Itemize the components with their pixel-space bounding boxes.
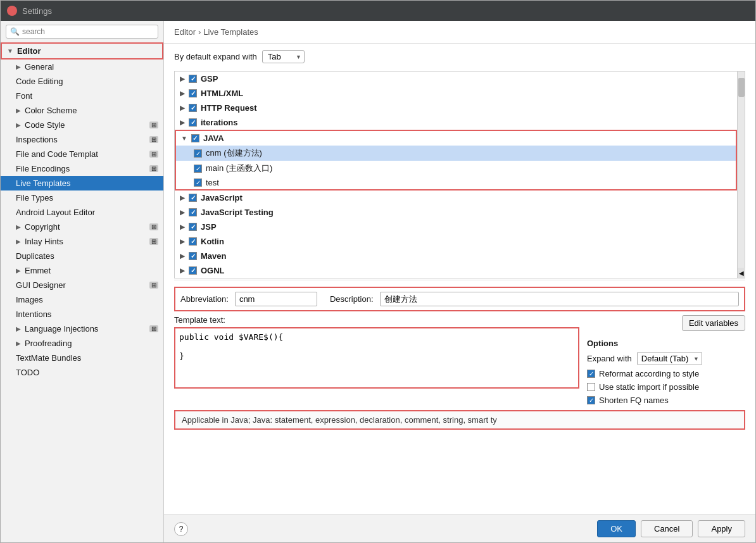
sidebar-item-code-style[interactable]: ▶ Code Style ⊞ [1,118,163,132]
checkbox-kotlin[interactable] [189,237,197,246]
tpl-group-java[interactable]: ▼ JAVA [176,131,736,146]
sidebar-item-font[interactable]: Font [1,89,163,103]
scrollbar-track[interactable]: ◀ [737,72,745,278]
java-group-box: ▼ JAVA cnm (创建方法) [175,130,737,190]
checkbox-main[interactable] [194,165,202,173]
sidebar-list: ▼ Editor ▶ General Code Editing Font ▶ C… [1,42,163,542]
tpl-label-javascript-testing: JavaScript Testing [201,208,274,217]
sidebar-item-file-code-templates[interactable]: File and Code Templat ⊞ [1,147,163,161]
breadcrumb: Editor › Live Templates [164,21,755,44]
reformat-checkbox[interactable] [587,370,595,378]
tpl-label-iterations: iterations [201,118,238,127]
checkbox-ognl[interactable] [189,266,197,275]
sidebar-label-general: General [25,62,54,72]
sidebar-item-color-scheme[interactable]: ▶ Color Scheme [1,103,163,118]
tpl-child-main[interactable]: main (主函数入口) [176,161,736,176]
help-button[interactable]: ? [174,522,188,536]
sidebar-item-textmate-bundles[interactable]: TextMate Bundles [1,351,163,365]
sidebar-item-intentions[interactable]: Intentions [1,307,163,321]
checkbox-javascript-testing[interactable] [189,208,197,216]
sidebar-item-inlay-hints[interactable]: ▶ Inlay Hints ⊞ [1,234,163,249]
checkbox-maven[interactable] [189,252,197,260]
sidebar-item-code-editing[interactable]: Code Editing [1,74,163,89]
description-input[interactable] [380,292,739,306]
checkbox-jsp[interactable] [189,223,197,231]
breadcrumb-part1: Editor [174,27,196,37]
checkbox-cnm[interactable] [194,149,202,158]
abbreviation-label: Abbreviation: [180,294,229,304]
sidebar-item-images[interactable]: Images [1,292,163,307]
sidebar-item-inspections[interactable]: Inspections ⊞ [1,132,163,147]
option-expand-dropdown[interactable]: Default (Tab) Tab Enter Space [637,352,702,365]
sidebar-item-language-injections[interactable]: ▶ Language Injections ⊞ [1,321,163,336]
tpl-group-html-xml[interactable]: ▶ HTML/XML [175,86,737,101]
sidebar-item-editor[interactable]: ▼ Editor [1,42,163,59]
tpl-group-iterations[interactable]: ▶ iterations [175,115,737,130]
description-label: Description: [330,294,374,304]
shorten-fq-checkbox[interactable] [587,396,595,404]
tpl-label-maven: Maven [201,251,226,261]
form-area: Abbreviation: Description: Template text… [174,280,745,405]
search-box[interactable]: 🔍 [6,25,158,39]
tpl-group-javascript-testing[interactable]: ▶ JavaScript Testing [175,205,737,220]
expand-with-dropdown[interactable]: Tab Enter Space [262,50,305,63]
tpl-group-maven[interactable]: ▶ Maven [175,249,737,263]
tpl-group-kotlin[interactable]: ▶ Kotlin [175,234,737,249]
static-import-checkbox[interactable] [587,383,595,391]
scrollbar-arrow-right[interactable]: ◀ [738,268,745,278]
sidebar-item-file-types[interactable]: File Types [1,190,163,205]
sidebar-item-android-layout-editor[interactable]: Android Layout Editor [1,205,163,220]
cancel-button[interactable]: Cancel [641,520,693,537]
sidebar-item-gui-designer[interactable]: GUI Designer ⊞ [1,278,163,292]
tpl-group-gsp[interactable]: ▶ GSP [175,72,737,86]
edit-variables-button[interactable]: Edit variables [682,315,745,331]
tpl-label-kotlin: Kotlin [201,237,224,246]
expand-with-label: By default expand with [174,52,257,61]
sidebar-item-file-encodings[interactable]: File Encodings ⊞ [1,161,163,176]
scrollbar-thumb[interactable] [738,78,745,97]
checkbox-gsp[interactable] [189,75,197,83]
sidebar-item-todo[interactable]: TODO [1,365,163,380]
breadcrumb-part2: Live Templates [203,27,258,37]
sidebar-label-images: Images [16,295,43,304]
badge-inlay-hints: ⊞ [149,238,158,245]
ok-button[interactable]: OK [597,520,636,537]
expand-icon-language-injections: ▶ [16,325,21,332]
sidebar-item-general[interactable]: ▶ General [1,59,163,74]
sidebar-label-copyright: Copyright [25,222,60,232]
edit-vars-wrapper: Edit variables [587,315,745,335]
checkbox-java[interactable] [191,134,199,142]
checkbox-javascript[interactable] [189,194,197,202]
tri-kotlin: ▶ [180,238,185,245]
expand-icon-emmet: ▶ [16,267,21,274]
sidebar-item-duplicates[interactable]: Duplicates [1,249,163,263]
abbreviation-input[interactable] [235,292,317,306]
sidebar-item-copyright[interactable]: ▶ Copyright ⊞ [1,220,163,234]
tpl-group-ognl[interactable]: ▶ OGNL [175,263,737,278]
apply-button[interactable]: Apply [698,520,745,537]
template-textarea[interactable]: <span class="kw">public</span> <span cla… [175,328,578,385]
badge-language-injections: ⊞ [149,325,158,332]
tpl-child-cnm[interactable]: cnm (创建方法) [176,146,736,161]
checkbox-http-request[interactable] [189,104,197,112]
settings-window: Settings 🔍 ▼ Editor ▶ General Code Ed [0,0,756,543]
sidebar-item-live-templates[interactable]: Live Templates [1,176,163,190]
checkbox-test[interactable] [194,178,202,187]
sidebar-label-proofreading: Proofreading [25,339,72,348]
tpl-child-test[interactable]: test [176,176,736,189]
badge-code-style: ⊞ [149,122,158,128]
template-text-area: Template text: <span class="kw">public</… [174,315,579,389]
sidebar-item-emmet[interactable]: ▶ Emmet [1,263,163,278]
app-icon [7,6,17,16]
expand-icon-code-style: ▶ [16,122,21,128]
sidebar-label-intentions: Intentions [16,309,51,319]
tri-maven: ▶ [180,253,185,259]
sidebar-item-proofreading[interactable]: ▶ Proofreading [1,336,163,351]
tpl-group-jsp[interactable]: ▶ JSP [175,220,737,234]
checkbox-html-xml[interactable] [189,89,197,97]
search-input[interactable] [22,27,154,36]
tpl-group-http-request[interactable]: ▶ HTTP Request [175,101,737,115]
tpl-group-javascript[interactable]: ▶ JavaScript [175,190,737,205]
checkbox-iterations[interactable] [189,118,197,127]
tpl-label-html-xml: HTML/XML [201,89,243,98]
